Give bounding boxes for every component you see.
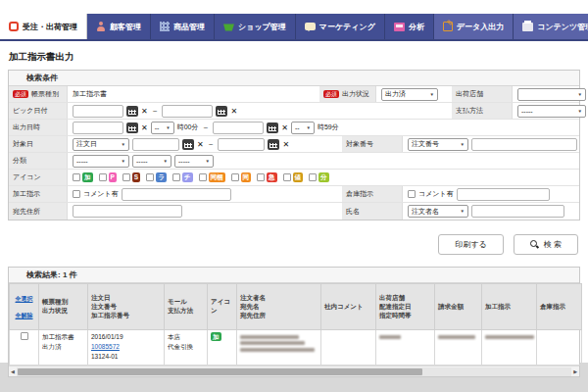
recipient-address-input[interactable] bbox=[73, 205, 182, 218]
nav-tab-customer-management[interactable]: 顧客管理 bbox=[87, 14, 151, 39]
customer-person-icon bbox=[96, 22, 106, 31]
clear-icon[interactable]: ✕ bbox=[230, 107, 237, 116]
nav-tab-order-management[interactable]: 受注・出荷管理 bbox=[0, 14, 87, 39]
nav-tab-label: 受注・出荷管理 bbox=[23, 22, 77, 32]
column-header: モール 支払方法 bbox=[165, 284, 208, 330]
nav-tab-product-management[interactable]: 商品管理 bbox=[151, 14, 215, 39]
row-form-type: 加工指示書 bbox=[42, 332, 84, 342]
form-row: 宛先住所 氏名 注文者名 ▼ bbox=[9, 203, 579, 220]
search-button[interactable]: 検 索 bbox=[514, 234, 578, 255]
clear-icon[interactable]: ✕ bbox=[141, 123, 148, 132]
icon-checkbox[interactable] bbox=[73, 173, 80, 181]
calendar-icon[interactable] bbox=[126, 106, 138, 117]
column-header: 注文日 注文番号 加工指示番号 bbox=[88, 284, 165, 330]
order-number-link[interactable]: 10085572 bbox=[91, 342, 120, 352]
target-number-input[interactable] bbox=[471, 138, 577, 151]
horizontal-scrollbar[interactable]: ◀ ▶ bbox=[9, 366, 579, 376]
pick-date-to-input[interactable] bbox=[162, 105, 213, 118]
order-icon-badge: 急 bbox=[267, 172, 277, 182]
scrollbar-track[interactable] bbox=[17, 368, 571, 376]
calendar-icon[interactable] bbox=[126, 122, 138, 133]
deselect-all-link[interactable]: 全解除 bbox=[13, 312, 35, 319]
row-mall: 本店 bbox=[168, 332, 204, 342]
output-hour-from-select[interactable]: -- ▼ bbox=[151, 122, 174, 134]
chevron-down-icon: ▼ bbox=[164, 159, 168, 164]
icon-checkbox[interactable] bbox=[146, 173, 154, 181]
top-strip bbox=[0, 0, 588, 14]
name-type-select[interactable]: 注文者名 ▼ bbox=[408, 205, 468, 218]
nav-tab-analytics[interactable]: 分析 bbox=[385, 14, 434, 39]
search-results-panel: 検索結果: 1 件 全選択 全解除 帳票種別 出力状況 注文日 注文番号 加工指… bbox=[8, 267, 580, 377]
order-icon-badge: 同梱 bbox=[209, 172, 225, 182]
processing-instruction-input[interactable] bbox=[122, 188, 231, 201]
icon-checkbox[interactable] bbox=[309, 173, 317, 181]
row-checkbox[interactable] bbox=[21, 332, 28, 340]
form-row: 対象日 注文日 ▼ ✕ ~ ✕ 対象番号 注文番号 bbox=[9, 136, 579, 153]
clear-icon[interactable]: ✕ bbox=[282, 140, 289, 149]
icon-checkbox[interactable] bbox=[199, 173, 207, 181]
clear-icon[interactable]: ✕ bbox=[281, 123, 288, 132]
icon-checkbox[interactable] bbox=[99, 173, 107, 181]
nav-tab-label: 顧客管理 bbox=[110, 22, 141, 32]
processing-comment-checkbox[interactable] bbox=[73, 190, 80, 198]
nav-tab-data-io[interactable]: データ入出力 bbox=[434, 14, 514, 39]
scroll-left-icon[interactable]: ◀ bbox=[9, 368, 17, 374]
calendar-icon[interactable] bbox=[267, 122, 278, 133]
order-icon-badge: 分 bbox=[318, 172, 329, 182]
calendar-icon[interactable] bbox=[268, 139, 279, 150]
order-icon-badge: ラ bbox=[156, 172, 167, 182]
icon-checkbox[interactable] bbox=[172, 173, 180, 181]
target-number-type-select[interactable]: 注文番号 ▼ bbox=[408, 138, 468, 151]
redacted-text bbox=[379, 335, 401, 339]
category-select-3[interactable]: ----- ▼ bbox=[174, 155, 214, 168]
calendar-icon[interactable] bbox=[182, 139, 194, 150]
print-button[interactable]: 印刷する bbox=[438, 234, 503, 255]
row-instruction-number: 13124-01 bbox=[91, 352, 161, 362]
row-order-icon-badge: 加 bbox=[211, 332, 221, 341]
results-header-row: 全選択 全解除 帳票種別 出力状況 注文日 注文番号 加工指示番号 モール 支払… bbox=[10, 284, 582, 330]
name-input[interactable] bbox=[471, 205, 564, 218]
output-status-select[interactable]: 出力済 ▼ bbox=[381, 88, 438, 101]
output-datetime-to-input[interactable] bbox=[213, 122, 264, 134]
form-type-label: 必須 帳票種別 bbox=[9, 86, 68, 102]
nav-tab-marketing[interactable]: マーケティング bbox=[296, 14, 385, 39]
chevron-down-icon: ▼ bbox=[306, 125, 310, 130]
clear-icon[interactable]: ✕ bbox=[141, 107, 148, 116]
payment-method-label: 支払方法 bbox=[452, 103, 513, 119]
target-date-type-select[interactable]: 注文日 ▼ bbox=[73, 138, 129, 151]
order-icon-badge: 値 bbox=[293, 172, 304, 182]
target-date-to-input[interactable] bbox=[218, 138, 265, 151]
product-grid-icon bbox=[160, 22, 170, 31]
category-select-2[interactable]: ----- ▼ bbox=[132, 155, 172, 168]
warehouse-comment-checkbox[interactable] bbox=[408, 190, 416, 198]
warehouse-instruction-input[interactable] bbox=[457, 188, 550, 201]
calendar-icon[interactable] bbox=[216, 106, 227, 117]
scroll-right-icon[interactable]: ▶ bbox=[571, 368, 579, 374]
icon-checkbox[interactable] bbox=[283, 173, 291, 181]
clear-icon[interactable]: ✕ bbox=[197, 140, 204, 149]
output-datetime-from-input[interactable] bbox=[73, 122, 123, 134]
ship-store-select[interactable]: ▼ bbox=[517, 88, 586, 101]
icon-checkbox[interactable] bbox=[231, 173, 239, 181]
category-select-1[interactable]: ----- ▼ bbox=[73, 155, 129, 168]
content-printer-icon bbox=[522, 23, 533, 31]
select-all-header: 全選択 全解除 bbox=[10, 284, 39, 330]
nav-tab-shop-management[interactable]: ショップ管理 bbox=[215, 14, 296, 39]
row-status: 出力済 bbox=[42, 342, 84, 352]
select-all-link[interactable]: 全選択 bbox=[13, 295, 35, 303]
icon-checkbox[interactable] bbox=[257, 173, 265, 181]
shop-cart-icon bbox=[223, 23, 234, 31]
column-header: 倉庫指示 bbox=[537, 284, 582, 330]
page: 受注・出荷管理 顧客管理 商品管理 ショップ管理 マーケティング 分析 データ入… bbox=[0, 0, 588, 363]
redacted-text bbox=[240, 335, 299, 339]
icon-checkbox[interactable] bbox=[122, 173, 130, 181]
order-icon-badge: 同 bbox=[241, 172, 252, 182]
target-date-from-input[interactable] bbox=[132, 138, 179, 151]
column-header: 社内コメント bbox=[321, 284, 376, 330]
chevron-down-icon: ▼ bbox=[578, 109, 582, 114]
output-hour-to-select[interactable]: -- ▼ bbox=[291, 122, 315, 134]
pick-date-from-input[interactable] bbox=[73, 105, 123, 118]
payment-method-select[interactable]: ----- ▼ bbox=[517, 105, 586, 118]
scrollbar-thumb[interactable] bbox=[18, 368, 422, 375]
nav-tab-content-management[interactable]: コンテンツ管理 bbox=[514, 14, 588, 39]
